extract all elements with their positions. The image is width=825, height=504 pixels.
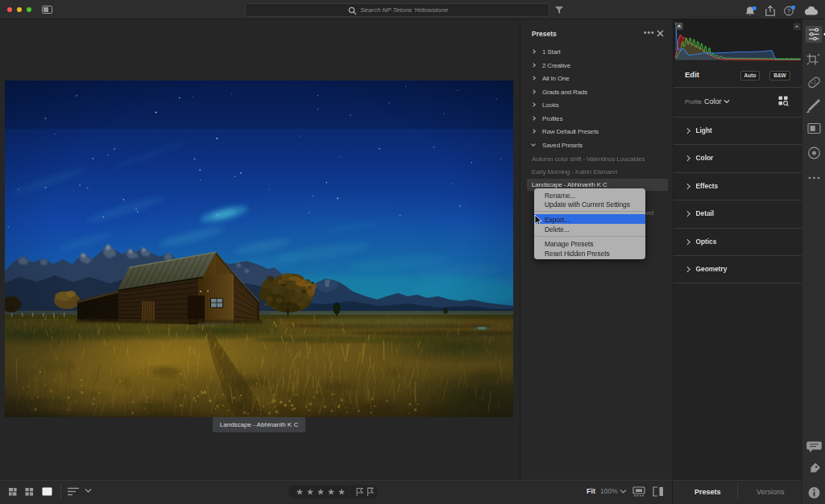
svg-text:?: ?	[787, 7, 791, 14]
svg-text:100%: 100%	[600, 487, 618, 495]
svg-text:Fit: Fit	[587, 487, 595, 495]
